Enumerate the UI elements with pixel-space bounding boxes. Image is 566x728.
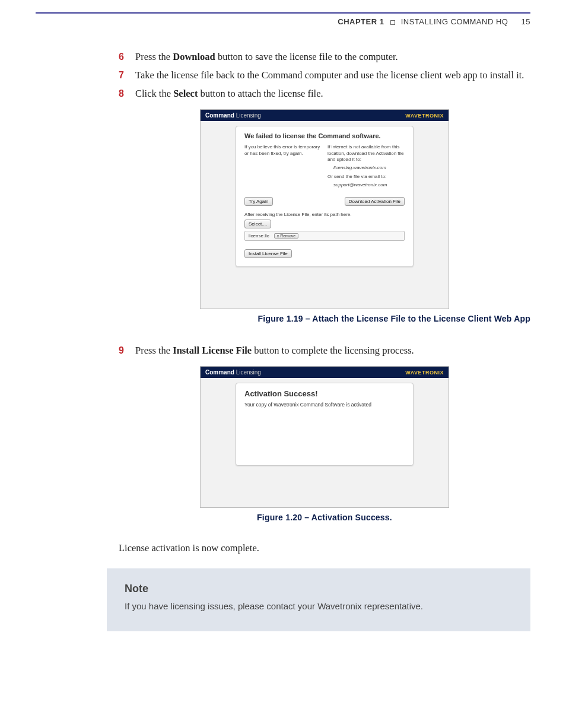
success-text: Your copy of Wavetronix Command Software…	[244, 402, 405, 408]
brand-logo: WAVETRONIX	[405, 113, 444, 119]
page-number: 15	[522, 17, 530, 26]
running-header: CHAPTER 1 INSTALLING COMMAND HQ 15	[36, 17, 530, 26]
app-title-bold: Command	[205, 112, 234, 119]
app-titlebar: Command Licensing WAVETRONIX	[201, 367, 449, 378]
licensing-link: licensing.wavetronix.com	[333, 165, 405, 171]
select-button[interactable]: Select....	[244, 220, 271, 228]
step-6: 6 Press the Download button to save the …	[119, 50, 530, 65]
step-text: Press the Install License File button to…	[135, 344, 530, 358]
step-list: 6 Press the Download button to save the …	[119, 50, 530, 101]
selected-file-name: license.lic	[249, 233, 269, 239]
app-window: Command Licensing WAVETRONIX Activation …	[200, 366, 449, 508]
step-bold: Install License File	[173, 345, 252, 356]
step-8: 8 Click the Select button to attach the …	[119, 87, 530, 101]
app-footer	[206, 267, 443, 303]
figure-caption: Figure 1.19 – Attach the License File to…	[119, 314, 530, 323]
install-license-button[interactable]: Install License File	[244, 249, 292, 258]
step-number: 7	[119, 68, 135, 83]
remove-file-button[interactable]: x Remove	[274, 233, 299, 239]
step-9: 9 Press the Install License File button …	[119, 344, 530, 358]
step-post: button to attach the license file.	[198, 88, 323, 99]
step-pre: Click the	[135, 88, 173, 99]
right-text: If internet is not available from this l…	[327, 144, 404, 162]
app-body: Activation Success! Your copy of Wavetro…	[201, 378, 449, 507]
step-bold: Select	[173, 88, 198, 99]
figure-1-19: Command Licensing WAVETRONIX We failed t…	[119, 109, 530, 338]
app-titlebar: Command Licensing WAVETRONIX	[201, 110, 449, 121]
step-number: 8	[119, 87, 135, 101]
chapter-label: CHAPTER 1	[338, 17, 384, 26]
brand-logo: WAVETRONIX	[405, 370, 444, 376]
app-title: Command Licensing	[205, 369, 261, 376]
step-7: 7 Take the license file back to the Comm…	[119, 68, 530, 83]
license-panel: We failed to license the Command softwar…	[236, 126, 414, 266]
note-title: Note	[125, 583, 513, 595]
app-title-light: Licensing	[234, 369, 261, 376]
closing-paragraph: License activation is now complete.	[119, 542, 530, 554]
step-text: Take the license file back to the Comman…	[135, 68, 530, 83]
step-text: Click the Select button to attach the li…	[135, 87, 530, 101]
step-number: 9	[119, 344, 135, 358]
app-title-light: Licensing	[234, 112, 261, 119]
step-post: button to save the license file to the c…	[215, 51, 398, 62]
left-text: If you believe this error is temporary o…	[244, 144, 320, 155]
app-title-bold: Command	[205, 369, 234, 376]
success-heading: Activation Success!	[244, 389, 405, 398]
right-or: Or send the file via email to:	[327, 174, 386, 179]
step-pre: Press the	[135, 51, 173, 62]
try-again-button[interactable]: Try Again	[244, 197, 273, 206]
step-text: Press the Download button to save the li…	[135, 50, 530, 65]
support-email: support@wavetronix.com	[333, 182, 405, 188]
app-footer	[206, 466, 443, 501]
note-body: If you have licensing issues, please con…	[125, 601, 513, 611]
note-box: Note If you have licensing issues, pleas…	[107, 568, 530, 631]
panel-heading: We failed to license the Command softwar…	[244, 132, 405, 139]
step-post: button to complete the licensing process…	[252, 345, 414, 356]
top-rule	[36, 12, 530, 14]
step-bold: Download	[173, 51, 215, 62]
step-list-continued: 9 Press the Install License File button …	[119, 344, 530, 358]
selected-file-row: license.lic x Remove	[244, 231, 405, 241]
figure-1-20: Command Licensing WAVETRONIX Activation …	[119, 366, 530, 538]
step-number: 6	[119, 50, 135, 65]
figure-caption: Figure 1.20 – Activation Success.	[119, 513, 530, 522]
step-pre: Press the	[135, 345, 173, 356]
download-activation-button[interactable]: Download Activation File	[345, 197, 405, 206]
success-panel: Activation Success! Your copy of Wavetro…	[236, 383, 414, 466]
square-icon	[390, 20, 395, 25]
left-column: If you believe this error is temporary o…	[244, 144, 322, 190]
chapter-title: INSTALLING COMMAND HQ	[401, 17, 508, 26]
app-body: We failed to license the Command softwar…	[201, 121, 449, 308]
after-receiving-label: After receiving the License File, enter …	[244, 212, 405, 217]
button-row: Try Again Download Activation File	[244, 193, 405, 206]
app-title: Command Licensing	[205, 112, 261, 119]
two-column: If you believe this error is temporary o…	[244, 144, 405, 190]
app-window: Command Licensing WAVETRONIX We failed t…	[200, 109, 449, 309]
right-column: If internet is not available from this l…	[327, 144, 405, 190]
